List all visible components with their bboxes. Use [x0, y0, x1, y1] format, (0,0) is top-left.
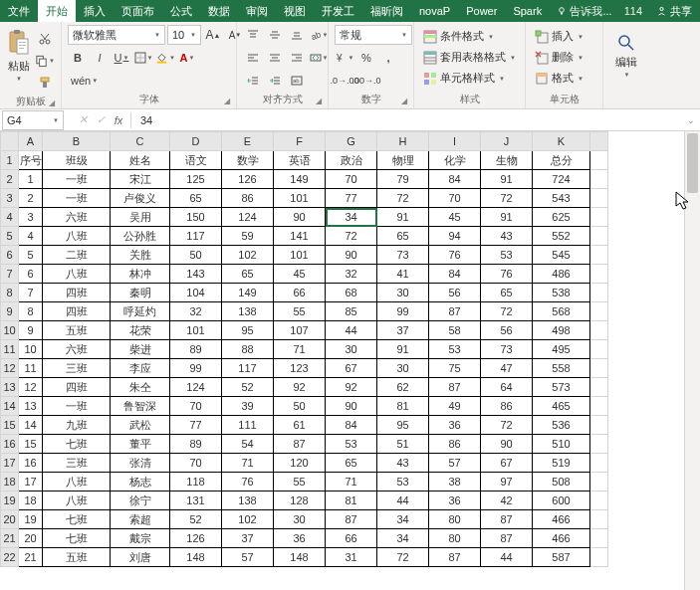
- wrap-text-button[interactable]: ab: [287, 71, 307, 91]
- select-all-corner[interactable]: [1, 132, 19, 151]
- cell[interactable]: 70: [326, 170, 377, 189]
- cell[interactable]: 148: [274, 548, 326, 567]
- row-header-11[interactable]: 11: [1, 340, 19, 359]
- cut-button[interactable]: [35, 29, 55, 49]
- cell[interactable]: 43: [377, 454, 429, 473]
- cell[interactable]: 117: [170, 227, 222, 246]
- fx-button[interactable]: fx: [110, 114, 127, 126]
- row-header-4[interactable]: 4: [1, 208, 19, 227]
- cell[interactable]: 87: [326, 510, 377, 529]
- cell[interactable]: 124: [222, 208, 274, 227]
- cell[interactable]: 二班: [43, 246, 111, 265]
- cell[interactable]: 38: [429, 473, 481, 492]
- cell[interactable]: 128: [274, 492, 326, 510]
- comma-button[interactable]: ,: [378, 48, 398, 68]
- row-header-6[interactable]: 6: [1, 246, 19, 265]
- cell[interactable]: [590, 284, 608, 302]
- cell[interactable]: 朱仝: [111, 378, 170, 397]
- cell[interactable]: 91: [377, 340, 429, 359]
- row-header-13[interactable]: 13: [1, 378, 19, 397]
- cell[interactable]: 68: [326, 284, 377, 302]
- cell[interactable]: [590, 246, 608, 265]
- cell[interactable]: 42: [481, 492, 533, 510]
- cell[interactable]: 13: [19, 397, 43, 416]
- table-header-cell[interactable]: 生物: [481, 151, 533, 170]
- cell[interactable]: 87: [429, 378, 481, 397]
- expand-formula-bar[interactable]: ⌄: [682, 115, 700, 125]
- cell[interactable]: 16: [19, 454, 43, 473]
- cell[interactable]: 关胜: [111, 246, 170, 265]
- cell[interactable]: 37: [377, 321, 429, 340]
- cell[interactable]: 37: [222, 529, 274, 548]
- percent-button[interactable]: %: [356, 48, 376, 68]
- increase-font-button[interactable]: A▲: [203, 25, 223, 45]
- cell[interactable]: 47: [481, 359, 533, 378]
- cell[interactable]: 89: [170, 340, 222, 359]
- cell[interactable]: 111: [222, 416, 274, 435]
- table-header-cell[interactable]: 化学: [429, 151, 481, 170]
- table-header-cell[interactable]: 物理: [377, 151, 429, 170]
- row-header-22[interactable]: 22: [1, 548, 19, 567]
- cell[interactable]: 543: [533, 189, 590, 208]
- cell[interactable]: 54: [222, 435, 274, 454]
- cell[interactable]: 67: [326, 359, 377, 378]
- cell[interactable]: [590, 227, 608, 246]
- row-header-12[interactable]: 12: [1, 359, 19, 378]
- row-header-21[interactable]: 21: [1, 529, 19, 548]
- table-header-cell[interactable]: 英语: [274, 151, 326, 170]
- cell[interactable]: 八班: [43, 473, 111, 492]
- italic-button[interactable]: I: [90, 48, 110, 68]
- cell[interactable]: 75: [429, 359, 481, 378]
- cell[interactable]: 7: [19, 284, 43, 302]
- cell[interactable]: 76: [481, 265, 533, 284]
- align-top-button[interactable]: [243, 25, 263, 45]
- cell[interactable]: [590, 378, 608, 397]
- cell[interactable]: 17: [19, 473, 43, 492]
- cell[interactable]: [590, 548, 608, 567]
- cell[interactable]: 51: [377, 435, 429, 454]
- cell[interactable]: 118: [170, 473, 222, 492]
- cell[interactable]: [590, 189, 608, 208]
- cell[interactable]: 587: [533, 548, 590, 567]
- cell[interactable]: 30: [274, 510, 326, 529]
- cell[interactable]: 宋江: [111, 170, 170, 189]
- row-header-15[interactable]: 15: [1, 416, 19, 435]
- cell[interactable]: 8: [19, 302, 43, 321]
- number-format-combo[interactable]: 常规▼: [335, 25, 412, 45]
- col-header-B[interactable]: B: [43, 132, 111, 151]
- cell[interactable]: 538: [533, 284, 590, 302]
- cell[interactable]: 80: [429, 510, 481, 529]
- cell[interactable]: 柴进: [111, 340, 170, 359]
- cell[interactable]: 86: [481, 397, 533, 416]
- cell[interactable]: [590, 208, 608, 227]
- cell[interactable]: 102: [222, 510, 274, 529]
- cell[interactable]: 87: [429, 548, 481, 567]
- cell[interactable]: 77: [326, 189, 377, 208]
- cell[interactable]: 149: [274, 170, 326, 189]
- cell[interactable]: 62: [377, 378, 429, 397]
- row-header-18[interactable]: 18: [1, 473, 19, 492]
- row-header-7[interactable]: 7: [1, 265, 19, 284]
- table-header-cell[interactable]: 总分: [533, 151, 590, 170]
- cell[interactable]: 52: [170, 510, 222, 529]
- tab-home[interactable]: 开始: [38, 0, 76, 22]
- cell[interactable]: 97: [481, 473, 533, 492]
- cell[interactable]: 61: [274, 416, 326, 435]
- cell[interactable]: 花荣: [111, 321, 170, 340]
- spreadsheet-grid[interactable]: ABCDEFGHIJK1序号班级姓名语文数学英语政治物理化学生物总分21一班宋江…: [0, 131, 700, 590]
- cell[interactable]: 126: [170, 529, 222, 548]
- font-name-combo[interactable]: 微软雅黑▼: [68, 25, 165, 45]
- cell[interactable]: [590, 454, 608, 473]
- cell[interactable]: 102: [222, 246, 274, 265]
- cell[interactable]: 84: [429, 265, 481, 284]
- cell[interactable]: 1: [19, 170, 43, 189]
- cell[interactable]: 五班: [43, 548, 111, 567]
- decrease-decimal-button[interactable]: .00→.0: [356, 71, 376, 91]
- cell[interactable]: 86: [429, 435, 481, 454]
- row-header-20[interactable]: 20: [1, 510, 19, 529]
- cell[interactable]: [590, 151, 608, 170]
- col-header-D[interactable]: D: [170, 132, 222, 151]
- cell[interactable]: 56: [429, 284, 481, 302]
- cell[interactable]: [590, 359, 608, 378]
- cell[interactable]: [590, 416, 608, 435]
